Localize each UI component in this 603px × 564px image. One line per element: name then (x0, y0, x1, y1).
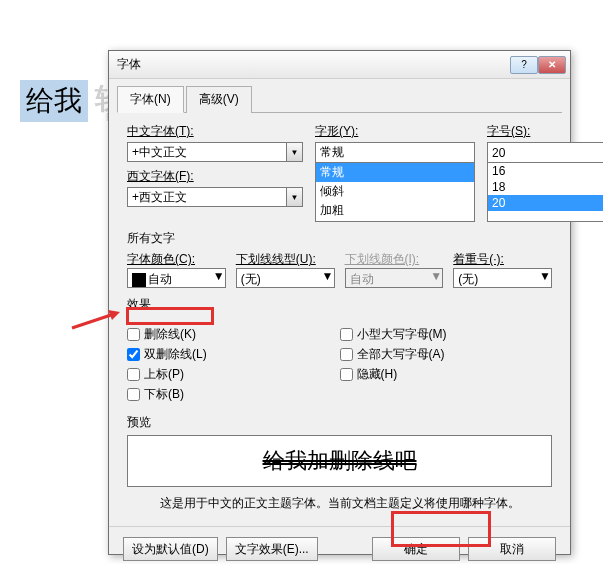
size-input-wrap[interactable] (487, 142, 603, 162)
cn-font-combo[interactable]: ▼ (127, 142, 303, 162)
underline-color-combo: 自动 ▼ (345, 268, 444, 288)
list-item[interactable]: 倾斜 (316, 182, 474, 201)
checkbox-double-strike[interactable]: 双删除线(L) (127, 346, 340, 363)
label-size: 字号(S): (487, 123, 603, 140)
checkbox-allcaps[interactable]: 全部大写字母(A) (340, 346, 553, 363)
checkbox-input-allcaps[interactable] (340, 348, 353, 361)
ok-button[interactable]: 确定 (372, 537, 460, 561)
document-selected-text: 给我 (20, 80, 88, 122)
effects-right-column: 小型大写字母(M)全部大写字母(A)隐藏(H) (340, 323, 553, 406)
style-listbox[interactable]: 常规 倾斜 加粗 (315, 162, 475, 222)
checkbox-input-strike[interactable] (127, 328, 140, 341)
list-item[interactable]: 18 (488, 179, 603, 195)
list-item[interactable]: 加粗 (316, 201, 474, 220)
dialog-title: 字体 (113, 56, 510, 73)
checkbox-input-subscript[interactable] (127, 388, 140, 401)
list-item[interactable]: 常规 (316, 163, 474, 182)
chevron-down-icon: ▼ (430, 269, 442, 287)
tab-font[interactable]: 字体(N) (117, 86, 184, 113)
label-font-color: 字体颜色(C): (127, 252, 195, 266)
emphasis-combo[interactable]: (无) ▼ (453, 268, 552, 288)
checkbox-label: 上标(P) (144, 366, 184, 383)
underline-color-value: 自动 (346, 269, 431, 287)
underline-type-combo[interactable]: (无) ▼ (236, 268, 335, 288)
underline-type-value: (无) (237, 269, 322, 287)
checkbox-input-hidden[interactable] (340, 368, 353, 381)
label-preview: 预览 (127, 414, 552, 431)
label-effects: 效果 (127, 296, 552, 313)
close-button[interactable]: ✕ (538, 56, 566, 74)
label-underline-type: 下划线线型(U): (236, 252, 316, 266)
font-color-value: 自动 (128, 269, 213, 287)
checkbox-label: 隐藏(H) (357, 366, 398, 383)
label-cn-font: 中文字体(T): (127, 123, 303, 140)
effects-left-column: 删除线(K)双删除线(L)上标(P)下标(B) (127, 323, 340, 406)
cancel-button[interactable]: 取消 (468, 537, 556, 561)
chevron-down-icon[interactable]: ▼ (322, 269, 334, 287)
checkbox-label: 删除线(K) (144, 326, 196, 343)
label-all-text: 所有文字 (127, 230, 552, 247)
style-input[interactable] (316, 144, 474, 162)
font-dialog: 字体 ? ✕ 字体(N) 高级(V) 中文字体(T): ▼ 西文字体(F): ▼ (108, 50, 571, 555)
checkbox-label: 小型大写字母(M) (357, 326, 447, 343)
set-default-button[interactable]: 设为默认值(D) (123, 537, 218, 561)
text-effects-button[interactable]: 文字效果(E)... (226, 537, 318, 561)
en-font-input[interactable] (128, 188, 286, 206)
en-font-combo[interactable]: ▼ (127, 187, 303, 207)
checkbox-label: 下标(B) (144, 386, 184, 403)
checkbox-label: 全部大写字母(A) (357, 346, 445, 363)
emphasis-value: (无) (454, 269, 539, 287)
checkbox-input-superscript[interactable] (127, 368, 140, 381)
label-en-font: 西文字体(F): (127, 168, 303, 185)
checkbox-subscript[interactable]: 下标(B) (127, 386, 340, 403)
checkbox-strike[interactable]: 删除线(K) (127, 326, 340, 343)
label-emphasis: 着重号(·): (453, 252, 504, 266)
size-input[interactable] (488, 144, 603, 162)
cn-font-input[interactable] (128, 143, 286, 161)
preview-box: 给我加删除线吧 (127, 435, 552, 487)
checkbox-label: 双删除线(L) (144, 346, 207, 363)
style-input-wrap[interactable] (315, 142, 475, 162)
tab-strip: 字体(N) 高级(V) (117, 85, 562, 113)
chevron-down-icon[interactable]: ▼ (539, 269, 551, 287)
checkbox-input-smallcaps[interactable] (340, 328, 353, 341)
preview-description: 这是用于中文的正文主题字体。当前文档主题定义将使用哪种字体。 (127, 495, 552, 512)
checkbox-superscript[interactable]: 上标(P) (127, 366, 340, 383)
checkbox-hidden[interactable]: 隐藏(H) (340, 366, 553, 383)
checkbox-input-double-strike[interactable] (127, 348, 140, 361)
label-style: 字形(Y): (315, 123, 475, 140)
size-listbox[interactable]: 16 18 20 (487, 162, 603, 222)
tab-advanced[interactable]: 高级(V) (186, 86, 252, 113)
titlebar[interactable]: 字体 ? ✕ (109, 51, 570, 79)
list-item[interactable]: 16 (488, 163, 603, 179)
chevron-down-icon[interactable]: ▼ (286, 188, 302, 206)
chevron-down-icon[interactable]: ▼ (286, 143, 302, 161)
chevron-down-icon[interactable]: ▼ (213, 269, 225, 287)
label-underline-color: 下划线颜色(I): (345, 252, 420, 266)
preview-text: 给我加删除线吧 (263, 446, 417, 476)
checkbox-smallcaps[interactable]: 小型大写字母(M) (340, 326, 553, 343)
font-color-combo[interactable]: 自动 ▼ (127, 268, 226, 288)
help-button[interactable]: ? (510, 56, 538, 74)
button-bar: 设为默认值(D) 文字效果(E)... 确定 取消 (109, 526, 570, 564)
list-item[interactable]: 20 (488, 195, 603, 211)
